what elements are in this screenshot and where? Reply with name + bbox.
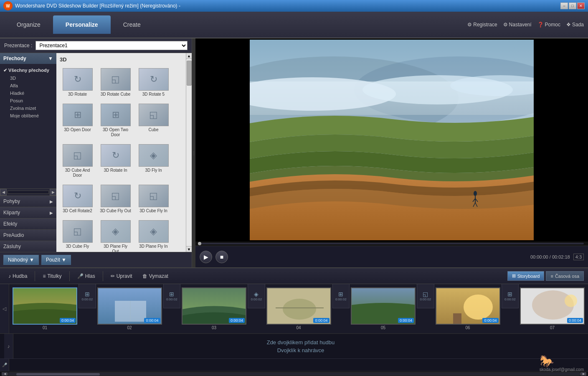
transition-3d-plane-fly-out[interactable]: 3D Plane Fly Out <box>98 218 133 252</box>
transition-06-07[interactable]: ⊞ 0:00:02 <box>502 284 519 308</box>
slide-05-thumb[interactable]: 0:00:04 <box>351 287 416 325</box>
cat-hladke[interactable]: Hladké <box>0 89 56 97</box>
hudba-button[interactable]: ♪ Hudba <box>4 272 31 281</box>
efekty-button[interactable]: Efekty <box>0 218 56 229</box>
transition-3d-fly-in[interactable]: 3D Fly In <box>136 142 171 180</box>
transitions-grid: 3D Rotate 3D Rotate Cube <box>60 66 182 252</box>
hscroll-track[interactable] <box>8 372 580 376</box>
slide-06: 0:00:04 06 <box>436 287 500 330</box>
cat-all[interactable]: ✔ Všechny přechody <box>0 66 56 74</box>
scroll-right-btn[interactable]: ▶ <box>50 189 56 196</box>
transition-cube[interactable]: Cube <box>136 102 171 140</box>
fly-in-icon <box>145 149 162 162</box>
storyboard-side-icon[interactable]: ◁ <box>0 284 9 333</box>
cube-icon <box>107 73 124 86</box>
play-button[interactable]: ▶ <box>200 251 212 263</box>
main-layout: Prezentace : Prezentace1 Přechody ▼ ✔ Vš… <box>0 38 588 267</box>
transition-3d-open-two-door[interactable]: 3D Open Two Door <box>98 102 133 140</box>
apply-button[interactable]: Použít ▼ <box>41 255 71 265</box>
music-add-line1[interactable]: Zde dvojklikem přidat hudbu <box>18 339 584 346</box>
nastaveni-icon: ⚙ <box>503 22 508 28</box>
cat-oblibene[interactable]: Moje oblíbené <box>0 112 56 119</box>
vymazat-button[interactable]: 🗑 Vymazat <box>138 272 172 281</box>
zasluhy-button[interactable]: Zásluhy <box>0 241 56 252</box>
preaudio-button[interactable]: PreAudio <box>0 229 56 241</box>
door-icon <box>69 109 86 121</box>
transition-label-3d-rotate: 3D Rotate <box>68 92 87 97</box>
scroll-track[interactable] <box>8 191 49 194</box>
kliparty-button[interactable]: Kliparty ▶ <box>0 207 56 218</box>
timeline-button[interactable]: ≡ Časová osa <box>546 271 584 281</box>
hlas-button[interactable]: 🎤 Hlas <box>73 272 99 281</box>
slide-06-thumb[interactable]: 0:00:04 <box>436 287 500 325</box>
music-add-line2[interactable]: Dvojklík k nahrávce <box>18 347 584 353</box>
transition-02-03[interactable]: ⊞ 0:00:02 <box>163 284 181 308</box>
transition-3d-cube-fly-in[interactable]: 3D Cube Fly In <box>136 183 171 216</box>
grid-scrollbar[interactable]: ▲ ▼ <box>186 53 192 252</box>
scrubber-thumb[interactable] <box>198 242 201 245</box>
scroll-left-btn[interactable]: ◀ <box>0 189 7 196</box>
titulky-button[interactable]: ≡ Titulky <box>38 272 66 281</box>
scrubber-track[interactable] <box>200 243 584 244</box>
cat-posun[interactable]: Posun <box>0 97 56 104</box>
transition-3d-cell-rotate2[interactable]: 3D Cell Rotate2 <box>60 183 95 216</box>
storyboard-button[interactable]: ⊞ Storyboard <box>507 271 545 281</box>
cat-zvolna[interactable]: Zvolna mizet <box>0 104 56 112</box>
transition-3d-rotate-5[interactable]: 3D Rotate 5 <box>136 66 171 99</box>
transition-3d-cube-and-door[interactable]: 3D Cube And Door <box>60 142 95 180</box>
presentation-select[interactable]: Prezentace1 <box>35 41 188 50</box>
transition-03-04[interactable]: ◈ 0:00:02 <box>248 284 265 308</box>
slide-02-thumb[interactable]: 0:00:04 <box>97 287 162 325</box>
transition-04-05[interactable]: ⊞ 0:00:02 <box>332 284 350 308</box>
preview-left-bar <box>195 40 250 240</box>
scrubber-bar[interactable] <box>195 241 588 246</box>
transition-3d-plane-fly-in[interactable]: 3D Plane Fly In <box>136 218 171 252</box>
tab-organize[interactable]: Organize <box>4 15 53 34</box>
tab-create[interactable]: Create <box>111 15 153 34</box>
close-button[interactable]: ✕ <box>577 3 585 9</box>
scroll-up-btn[interactable]: ▲ <box>186 53 192 59</box>
music-side-icon[interactable]: ♪ <box>4 334 13 358</box>
maximize-button[interactable]: □ <box>569 3 576 9</box>
cat-alfa[interactable]: Alfa <box>0 82 56 89</box>
tab-personalize[interactable]: Personalize <box>53 15 111 34</box>
slide-01-thumb[interactable]: 0:00:04 <box>13 287 77 325</box>
scroll-down-btn[interactable]: ▼ <box>186 246 192 252</box>
nastaveni-button[interactable]: ⚙ Nastavení <box>503 22 532 28</box>
transition-3d-rotate-in[interactable]: 3D Rotate In <box>98 142 133 180</box>
hscroll-right[interactable]: ▶ <box>580 372 586 376</box>
transition-3d-cube-fly[interactable]: 3D Cube Fly <box>60 218 95 252</box>
cat-3d[interactable]: 3D <box>0 74 56 82</box>
hscroll-left[interactable]: ◀ <box>2 372 8 376</box>
transition-3d-cube-fly-out[interactable]: 3D Cube Fly Out <box>98 183 133 216</box>
pohyby-button[interactable]: Pohyby ▶ <box>0 196 56 207</box>
slide-07-thumb[interactable]: 0:00:04 <box>520 287 585 325</box>
minimize-button[interactable]: – <box>560 3 568 9</box>
hscroll-thumb[interactable] <box>16 373 100 376</box>
upravit-button[interactable]: ✏ Upravit <box>106 272 137 281</box>
sada-icon: ❖ <box>566 22 571 28</box>
voice-side-icon[interactable]: 🎤 <box>0 359 9 371</box>
pomoc-button[interactable]: ❓ Pomoc <box>537 22 560 28</box>
panel-splitter[interactable]: ⋮ <box>192 38 195 267</box>
transition-label-3d-cube-fly-in: 3D Cube Fly In <box>139 208 167 213</box>
registrace-button[interactable]: ⚙ Registrace <box>467 22 497 28</box>
transition-05-06[interactable]: ◱ 0:00:02 <box>417 284 434 308</box>
transition-label-3d-cell-rotate2: 3D Cell Rotate2 <box>63 208 92 213</box>
scroll-thumb[interactable] <box>187 61 192 86</box>
transition-thumb-3d-plane-fly-in <box>139 220 169 243</box>
slide-03-thumb[interactable]: 0:00:04 <box>182 287 246 325</box>
sada-button[interactable]: ❖ Sada <box>566 22 584 28</box>
transition-01-02[interactable]: ⊞ 0:00:02 <box>79 284 96 308</box>
random-button[interactable]: Náhodný ▼ <box>3 255 39 265</box>
slide-04-duration: 0:00:04 <box>313 318 329 323</box>
transition-3d-rotate[interactable]: 3D Rotate <box>60 66 95 99</box>
transition-3d-open-door[interactable]: 3D Open Door <box>60 102 95 140</box>
horizontal-scrollbar[interactable]: ◀ ▶ <box>0 371 588 376</box>
slide-04-thumb[interactable]: 0:00:04 <box>266 287 331 325</box>
cube-fly-out-icon <box>107 190 124 202</box>
transitions-header[interactable]: Přechody ▼ <box>0 53 56 64</box>
transition-3d-rotate-cube[interactable]: 3D Rotate Cube <box>98 66 133 99</box>
stop-icon: ■ <box>220 254 223 260</box>
stop-button[interactable]: ■ <box>215 251 228 263</box>
